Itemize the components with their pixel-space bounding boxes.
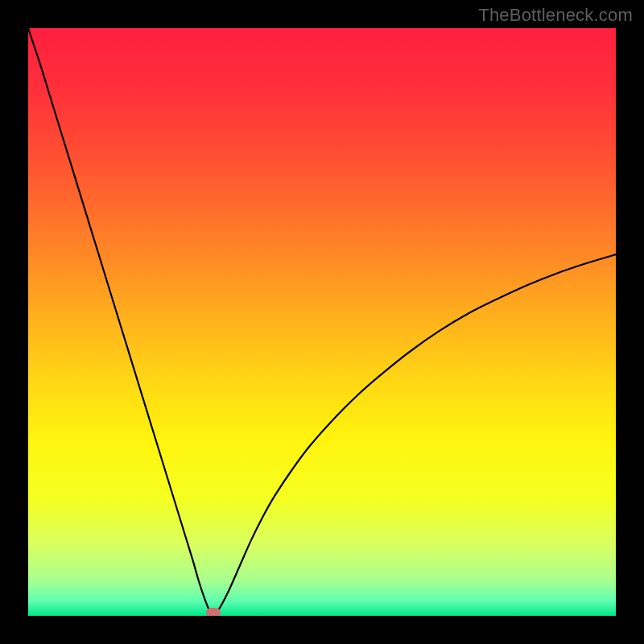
chart-svg <box>28 28 616 616</box>
optimal-point-marker <box>206 608 221 616</box>
plot-area <box>28 28 616 616</box>
gradient-background <box>28 28 616 616</box>
watermark-text: TheBottleneck.com <box>478 5 633 26</box>
chart-frame: TheBottleneck.com <box>0 0 644 644</box>
